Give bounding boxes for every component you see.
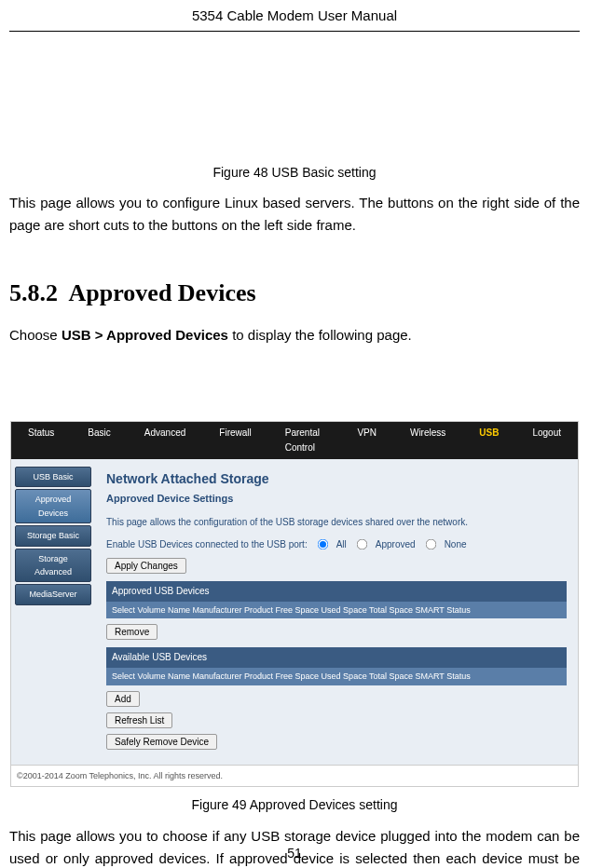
tab-parental[interactable]: Parental Control bbox=[268, 422, 341, 459]
radio-approved[interactable] bbox=[356, 539, 367, 550]
content-subtitle: Approved Device Settings bbox=[106, 491, 567, 508]
apply-changes-button[interactable]: Apply Changes bbox=[106, 558, 186, 574]
tab-vpn[interactable]: VPN bbox=[340, 422, 393, 459]
radio-none-label: None bbox=[445, 537, 467, 552]
tab-wireless[interactable]: Wireless bbox=[393, 422, 462, 459]
sidebar: USB Basic Approved Devices Storage Basic… bbox=[11, 459, 95, 765]
section-heading: 5.8.2 Approved Devices bbox=[9, 274, 580, 313]
main-area: USB Basic Approved Devices Storage Basic… bbox=[11, 459, 578, 765]
tab-usb[interactable]: USB bbox=[462, 422, 515, 459]
paragraph-2: Choose USB > Approved Devices to display… bbox=[9, 324, 580, 346]
para2-bold: USB > Approved Devices bbox=[62, 327, 228, 343]
section-number: 5.8.2 bbox=[9, 279, 58, 306]
sidebar-item-usb-basic[interactable]: USB Basic bbox=[15, 467, 91, 487]
content-pane: Network Attached Storage Approved Device… bbox=[95, 459, 578, 765]
para2-post: to display the following page. bbox=[228, 327, 412, 343]
remove-button[interactable]: Remove bbox=[106, 624, 158, 640]
para2-pre: Choose bbox=[9, 327, 62, 343]
radio-all-label: All bbox=[336, 537, 347, 552]
radio-all[interactable] bbox=[317, 539, 328, 550]
radio-none[interactable] bbox=[425, 539, 436, 550]
sidebar-item-storage-advanced[interactable]: Storage Advanced bbox=[15, 549, 91, 583]
tab-status[interactable]: Status bbox=[11, 422, 71, 459]
top-nav: Status Basic Advanced Firewall Parental … bbox=[11, 422, 578, 459]
paragraph-1: This page allows you to configure Linux … bbox=[9, 192, 580, 237]
safely-remove-button[interactable]: Safely Remove Device bbox=[106, 734, 217, 750]
sidebar-item-mediaserver[interactable]: MediaServer bbox=[15, 584, 91, 604]
sidebar-item-storage-basic[interactable]: Storage Basic bbox=[15, 525, 91, 546]
tab-logout[interactable]: Logout bbox=[515, 422, 578, 459]
page-number: 51 bbox=[0, 846, 589, 861]
copyright-text: ©2001-2014 Zoom Telephonics, Inc. All ri… bbox=[11, 765, 578, 786]
sidebar-item-approved-devices[interactable]: Approved Devices bbox=[15, 489, 91, 523]
add-button[interactable]: Add bbox=[106, 691, 140, 707]
page-header: 5354 Cable Modem User Manual bbox=[9, 0, 580, 32]
available-devices-header: Available USB Devices bbox=[106, 647, 567, 668]
available-table-columns: Select Volume Name Manufacturer Product … bbox=[106, 668, 567, 685]
content-description: This page allows the configuration of th… bbox=[106, 515, 567, 530]
content-title: Network Attached Storage bbox=[106, 468, 567, 489]
tab-basic[interactable]: Basic bbox=[71, 422, 127, 459]
section-title: Approved Devices bbox=[69, 279, 256, 306]
enable-usb-row: Enable USB Devices connected to the USB … bbox=[106, 537, 567, 552]
embedded-screenshot: Status Basic Advanced Firewall Parental … bbox=[10, 421, 579, 787]
refresh-list-button[interactable]: Refresh List bbox=[106, 712, 172, 728]
radio-approved-label: Approved bbox=[376, 537, 416, 552]
figure-49-caption: Figure 49 Approved Devices setting bbox=[9, 794, 580, 815]
figure-48-caption: Figure 48 USB Basic setting bbox=[9, 162, 580, 183]
approved-devices-header: Approved USB Devices bbox=[106, 581, 567, 602]
tab-firewall[interactable]: Firewall bbox=[202, 422, 267, 459]
approved-table-columns: Select Volume Name Manufacturer Product … bbox=[106, 602, 567, 618]
tab-advanced[interactable]: Advanced bbox=[128, 422, 202, 459]
enable-usb-label: Enable USB Devices connected to the USB … bbox=[106, 537, 308, 552]
